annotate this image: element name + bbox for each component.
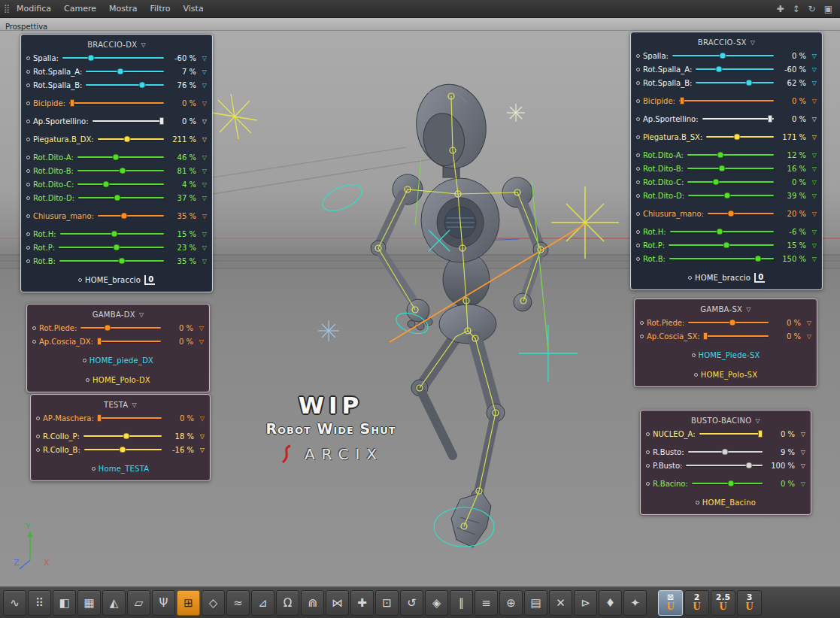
slider-knob[interactable] <box>117 68 123 75</box>
view-preset-button-4[interactable]: 3U <box>737 590 762 616</box>
slider-track[interactable] <box>688 322 769 323</box>
slider-track[interactable] <box>686 465 763 466</box>
slider-knob[interactable] <box>119 168 126 174</box>
tool-button-12[interactable]: Ω <box>276 590 299 616</box>
slider-knob[interactable] <box>722 449 729 456</box>
slider-track[interactable] <box>77 183 164 185</box>
envelope-dropdown-icon[interactable]: ▽ <box>806 165 817 172</box>
tool-button-8[interactable]: ⊞ <box>177 590 200 616</box>
slider-track[interactable] <box>702 118 774 120</box>
slider-knob[interactable] <box>123 433 130 440</box>
slider-track[interactable] <box>78 197 164 198</box>
envelope-dropdown-icon[interactable]: ▽ <box>806 66 817 73</box>
tool-button-16[interactable]: ⊡ <box>375 590 399 616</box>
slider-track[interactable] <box>688 195 774 196</box>
slider-knob[interactable] <box>70 99 74 107</box>
envelope-dropdown-icon[interactable]: ▽ <box>806 192 817 199</box>
slider-track[interactable] <box>69 102 164 104</box>
slider-knob[interactable] <box>111 231 117 238</box>
slider-knob[interactable] <box>97 414 102 422</box>
slider-knob[interactable] <box>755 256 762 262</box>
tool-button-7[interactable]: Ψ <box>152 590 175 616</box>
slider-knob[interactable] <box>768 115 772 123</box>
view-preset-button-3[interactable]: 2.5U <box>711 590 735 616</box>
tool-button-23[interactable]: ✕ <box>549 590 572 616</box>
slider-knob[interactable] <box>114 244 120 251</box>
tool-button-9[interactable]: ◇ <box>202 590 225 616</box>
slider-knob[interactable] <box>717 229 723 235</box>
envelope-dropdown-icon[interactable]: ▽ <box>806 134 817 141</box>
panel-title[interactable]: BRACCIO-DX ▽ <box>26 38 207 51</box>
view-preset-button-2[interactable]: 2U <box>684 590 709 616</box>
envelope-dropdown-icon[interactable]: ▽ <box>806 242 817 249</box>
slider-knob[interactable] <box>733 134 740 141</box>
collapse-arrow-icon[interactable]: ▽ <box>746 306 751 313</box>
slider-knob[interactable] <box>716 66 723 73</box>
slider-knob[interactable] <box>720 53 726 59</box>
slider-track[interactable] <box>98 215 164 217</box>
envelope-dropdown-icon[interactable]: ▽ <box>196 82 207 89</box>
maximize-view-icon[interactable]: ▣ <box>824 5 832 14</box>
slider-track[interactable] <box>704 335 769 337</box>
collapse-arrow-icon[interactable]: ▽ <box>756 417 760 424</box>
slider-track[interactable] <box>687 154 774 156</box>
slider-knob[interactable] <box>87 55 94 62</box>
envelope-dropdown-icon[interactable]: ▽ <box>806 116 817 123</box>
envelope-dropdown-icon[interactable]: ▽ <box>196 195 207 201</box>
panel-title[interactable]: GAMBA-DX ▽ <box>32 307 204 321</box>
envelope-dropdown-icon[interactable]: ▽ <box>806 98 817 105</box>
tool-button-15[interactable]: ✚ <box>350 590 374 616</box>
envelope-dropdown-icon[interactable]: ▽ <box>806 152 817 159</box>
slider-knob[interactable] <box>112 154 119 161</box>
slider-track[interactable] <box>670 231 774 232</box>
rotate-view-icon[interactable]: ↻ <box>808 5 816 14</box>
slider-knob[interactable] <box>703 332 708 340</box>
envelope-dropdown-icon[interactable]: ▽ <box>806 53 817 59</box>
tool-button-6[interactable]: ▱ <box>127 590 150 616</box>
collapse-arrow-icon[interactable]: ▽ <box>751 39 755 46</box>
slider-track[interactable] <box>92 120 164 122</box>
tool-button-18[interactable]: ◈ <box>425 590 448 616</box>
tool-button-2[interactable]: ⠿ <box>28 590 51 616</box>
slider-track[interactable] <box>59 260 164 262</box>
slider-track[interactable] <box>679 100 774 101</box>
slider-track[interactable] <box>706 136 774 138</box>
tool-button-5[interactable]: ◭ <box>102 590 126 616</box>
slider-knob[interactable] <box>97 338 102 345</box>
menu-item-modifica[interactable]: Modifica <box>17 4 51 14</box>
slider-track[interactable] <box>98 417 162 419</box>
envelope-dropdown-icon[interactable]: ▽ <box>193 338 204 345</box>
envelope-dropdown-icon[interactable]: ▽ <box>196 258 207 265</box>
envelope-dropdown-icon[interactable]: ▽ <box>196 100 207 107</box>
tool-button-10[interactable]: ≈ <box>226 590 250 616</box>
tool-button-26[interactable]: ✦ <box>623 590 647 616</box>
tool-button-17[interactable]: ↺ <box>400 590 423 616</box>
tool-button-22[interactable]: ▤ <box>524 590 547 616</box>
envelope-dropdown-icon[interactable]: ▽ <box>801 333 811 340</box>
tool-button-13[interactable]: ⋒ <box>301 590 324 616</box>
slider-track[interactable] <box>669 258 774 259</box>
slider-knob[interactable] <box>104 325 111 332</box>
panel-title[interactable]: GAMBA-SX ▽ <box>640 302 811 316</box>
envelope-dropdown-icon[interactable]: ▽ <box>196 154 207 161</box>
tool-button-1[interactable]: ∿ <box>3 590 26 616</box>
envelope-dropdown-icon[interactable]: ▽ <box>795 449 805 456</box>
envelope-dropdown-icon[interactable]: ▽ <box>806 256 817 262</box>
menu-item-vista[interactable]: Vista <box>183 4 204 14</box>
slider-knob[interactable] <box>120 447 126 453</box>
slider-knob[interactable] <box>139 82 146 89</box>
slider-knob[interactable] <box>727 480 734 487</box>
pan-view-icon[interactable]: ✚ <box>776 5 784 14</box>
home-button-home-piede-sx[interactable]: HOME_Piede-SX <box>640 347 811 362</box>
menu-item-filtro[interactable]: Filtro <box>150 4 171 14</box>
collapse-arrow-icon[interactable]: ▽ <box>141 41 145 48</box>
slider-track[interactable] <box>84 449 162 450</box>
tool-button-4[interactable]: ▦ <box>77 590 101 616</box>
envelope-dropdown-icon[interactable]: ▽ <box>196 213 207 220</box>
slider-knob[interactable] <box>724 192 731 199</box>
envelope-dropdown-icon[interactable]: ▽ <box>196 231 207 238</box>
tool-button-14[interactable]: ⋈ <box>326 590 349 616</box>
slider-track[interactable] <box>699 433 763 435</box>
envelope-dropdown-icon[interactable]: ▽ <box>194 415 205 422</box>
slider-knob[interactable] <box>723 242 730 249</box>
